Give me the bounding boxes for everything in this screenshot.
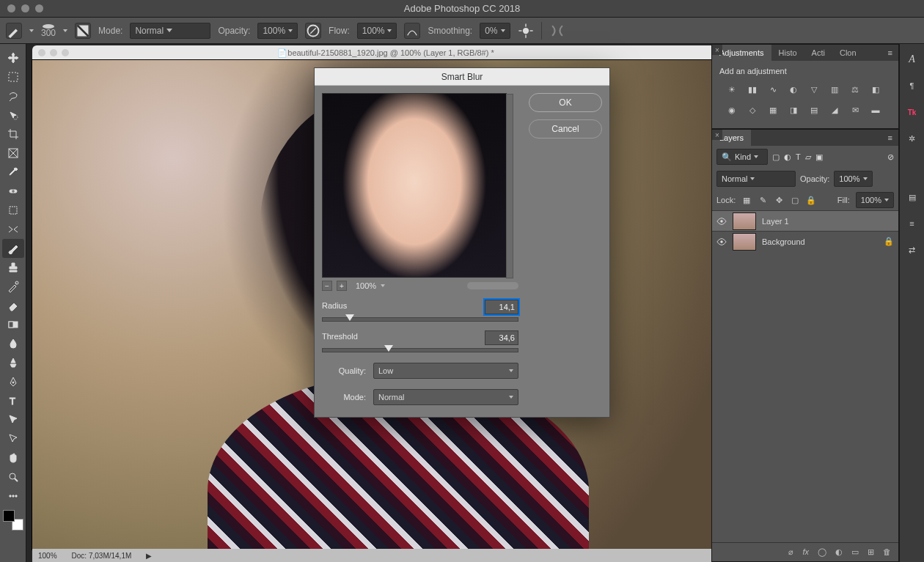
- brightness-icon[interactable]: ☀: [725, 83, 738, 96]
- filter-preview[interactable]: [322, 93, 507, 278]
- group-icon[interactable]: ▭: [851, 547, 859, 557]
- paragraph-panel-icon[interactable]: ¶: [904, 78, 920, 94]
- character-panel-icon[interactable]: ≡: [904, 215, 920, 232]
- link-layers-icon[interactable]: ⌀: [788, 547, 793, 557]
- zoom-out-button[interactable]: −: [322, 281, 332, 291]
- swatches-panel-icon[interactable]: ⇄: [904, 242, 920, 258]
- gradient-map-icon[interactable]: ▬: [869, 103, 882, 117]
- brush-panel-toggle[interactable]: [75, 23, 91, 39]
- eraser-tool[interactable]: [2, 296, 24, 315]
- symmetry-toggle[interactable]: [549, 23, 565, 39]
- chevron-down-icon[interactable]: [63, 29, 67, 32]
- patch-tool[interactable]: [2, 201, 24, 220]
- tool-preset-picker[interactable]: [6, 23, 22, 39]
- navigator-panel-icon[interactable]: ✲: [904, 130, 920, 147]
- radius-input[interactable]: [485, 300, 518, 314]
- filter-shape-icon[interactable]: ▱: [805, 152, 811, 162]
- tab-clone[interactable]: Clon: [832, 45, 864, 61]
- panel-close-icon[interactable]: ×: [712, 130, 722, 140]
- history-brush-tool[interactable]: [2, 277, 24, 296]
- chevron-right-icon[interactable]: ▶: [146, 552, 152, 560]
- quick-select-tool[interactable]: [2, 106, 24, 125]
- pen-tool[interactable]: [2, 372, 24, 391]
- layer-thumbnail[interactable]: [733, 212, 756, 230]
- minimize-window[interactable]: [21, 4, 29, 12]
- doc-close[interactable]: [38, 49, 45, 56]
- move-tool[interactable]: [2, 48, 24, 67]
- radius-slider[interactable]: [322, 317, 518, 322]
- lock-all-icon[interactable]: 🔒: [806, 195, 816, 205]
- lookup-icon[interactable]: ▦: [766, 103, 780, 117]
- frame-tool[interactable]: [2, 144, 24, 163]
- zoom-level[interactable]: 100%: [38, 552, 57, 560]
- panel-menu-icon[interactable]: ≡: [882, 133, 898, 142]
- smoothing-input[interactable]: 0%: [480, 23, 510, 39]
- adjustment-layer-icon[interactable]: ◐: [835, 547, 843, 557]
- curves-icon[interactable]: ∿: [766, 83, 780, 96]
- filter-image-icon[interactable]: ▢: [772, 152, 780, 162]
- vibrance-icon[interactable]: ▽: [807, 83, 821, 96]
- crop-tool[interactable]: [2, 125, 24, 144]
- filter-toggle[interactable]: ⊘: [887, 152, 894, 162]
- selective-icon[interactable]: ✉: [848, 103, 862, 117]
- brush-preset-picker[interactable]: 300: [41, 24, 56, 37]
- type-tool[interactable]: T: [2, 391, 24, 410]
- new-layer-icon[interactable]: ⊞: [868, 547, 874, 557]
- foreground-color[interactable]: [3, 510, 15, 522]
- layer-filter-dropdown[interactable]: 🔍Kind: [716, 149, 768, 165]
- close-window[interactable]: [7, 4, 15, 12]
- layer-name[interactable]: Background: [762, 237, 805, 246]
- lock-transparency-icon[interactable]: ▦: [741, 195, 752, 205]
- dialog-mode-dropdown[interactable]: Normal: [373, 389, 518, 405]
- doc-zoom[interactable]: [62, 49, 69, 56]
- quality-dropdown[interactable]: Low: [373, 363, 518, 379]
- invert-icon[interactable]: ◨: [787, 103, 800, 117]
- exposure-icon[interactable]: ◐: [787, 83, 800, 96]
- lasso-tool[interactable]: [2, 86, 24, 106]
- preview-scrollbar[interactable]: [467, 282, 518, 289]
- gradient-tool[interactable]: [2, 315, 24, 334]
- filter-type-icon[interactable]: T: [796, 152, 801, 161]
- healing-brush-tool[interactable]: [2, 182, 24, 201]
- delete-layer-icon[interactable]: 🗑: [883, 547, 891, 557]
- doc-info[interactable]: Doc: 7,03M/14,1M: [72, 552, 132, 560]
- opacity-input[interactable]: 100%: [257, 23, 298, 39]
- blur-tool[interactable]: [2, 334, 24, 353]
- doc-minimize[interactable]: [50, 49, 57, 56]
- fx-icon[interactable]: fx: [802, 547, 809, 557]
- stamp-tool[interactable]: [2, 258, 24, 277]
- document-titlebar[interactable]: 📄 beautiful-2150881_1920.jpg @ 100% (Lay…: [32, 45, 711, 60]
- glyphs-panel-icon[interactable]: A: [904, 51, 920, 67]
- hand-tool[interactable]: [2, 448, 24, 467]
- path-select-tool[interactable]: [2, 410, 24, 429]
- panel-close-icon[interactable]: ×: [712, 45, 722, 55]
- lock-artboard-icon[interactable]: ▢: [790, 195, 800, 205]
- balance-icon[interactable]: ⚖: [848, 83, 862, 96]
- filter-adjust-icon[interactable]: ◐: [784, 152, 791, 162]
- lock-paint-icon[interactable]: ✎: [758, 195, 768, 205]
- bw-icon[interactable]: ◧: [869, 83, 882, 96]
- chevron-down-icon[interactable]: [381, 284, 385, 287]
- zoom-in-button[interactable]: +: [337, 281, 347, 291]
- visibility-icon[interactable]: [716, 237, 727, 247]
- layer-row[interactable]: Background 🔒: [712, 231, 898, 251]
- fill-input[interactable]: 100%: [856, 192, 894, 208]
- hue-icon[interactable]: ▥: [828, 83, 841, 96]
- zoom-tool[interactable]: [2, 467, 24, 487]
- properties-panel-icon[interactable]: ▤: [904, 189, 920, 205]
- edit-toolbar[interactable]: [2, 487, 24, 506]
- filter-smart-icon[interactable]: ▣: [815, 152, 823, 162]
- pressure-opacity-toggle[interactable]: [305, 23, 321, 39]
- marquee-tool[interactable]: [2, 67, 24, 86]
- layer-name[interactable]: Layer 1: [762, 217, 789, 226]
- cancel-button[interactable]: Cancel: [529, 119, 602, 138]
- chevron-down-icon[interactable]: [29, 29, 34, 32]
- visibility-icon[interactable]: [716, 216, 727, 226]
- zoom-window[interactable]: [35, 4, 43, 12]
- layer-row[interactable]: Layer 1: [712, 210, 898, 231]
- brush-tool[interactable]: [2, 239, 24, 258]
- dodge-tool[interactable]: [2, 353, 24, 372]
- threshold-input[interactable]: [485, 330, 518, 345]
- direct-select-tool[interactable]: [2, 429, 24, 448]
- threshold-slider[interactable]: [322, 348, 518, 352]
